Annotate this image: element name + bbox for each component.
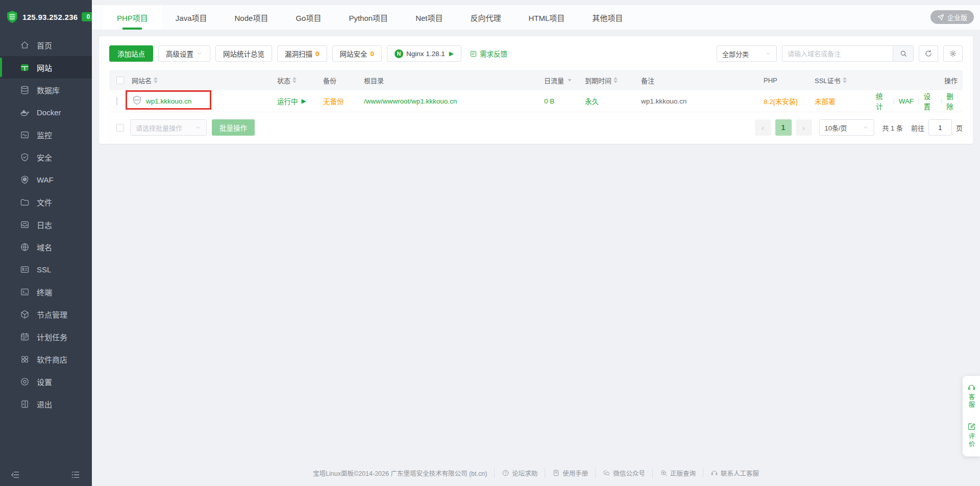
sidebar-item-database[interactable]: 数据库 [0,79,92,101]
tab-other[interactable]: 其他项目 [578,5,636,30]
action-stats-link[interactable]: 统计 [876,91,889,111]
security-count: 0 [371,50,375,58]
next-page-button[interactable]: › [796,119,812,136]
sidebar-item-home[interactable]: 首页 [0,34,92,56]
chevron-down-icon [195,124,201,131]
search-input[interactable] [782,46,893,61]
sort-icon[interactable] [292,77,297,83]
table-settings-button[interactable] [943,45,963,62]
sidebar-item-ssl[interactable]: SSL [0,258,92,280]
tab-label: Net项目 [415,12,443,23]
sidebar-item-logout[interactable]: 退出 [0,393,92,415]
root-dir-link[interactable]: /www/wwwroot/wp1.kkkouo.cn [364,97,544,105]
edition-badge[interactable]: 企业版 [930,10,974,24]
expire-time[interactable]: 永久 [585,96,641,106]
action-waf-link[interactable]: WAF [899,97,914,105]
search-button[interactable] [893,46,913,61]
daily-traffic[interactable]: 0 B [544,97,585,105]
logout-icon [19,399,30,409]
col-header-ssl[interactable]: SSL证书 [815,75,876,85]
sidebar-item-monitor[interactable]: 监控 [0,123,92,146]
sidebar-item-appstore[interactable]: 软件商店 [0,348,92,370]
sidebar-item-label: 数据库 [37,85,60,95]
sidebar-item-terminal[interactable]: 终端 [0,280,92,303]
chevron-down-icon [863,124,869,131]
floating-side-widget: 客服 评价 [963,376,980,456]
site-note[interactable]: wp1.kkkouo.cn [641,97,764,105]
goto-page-input[interactable] [928,119,952,136]
customer-service-button[interactable]: 客服 [967,383,976,409]
globe-icon [19,242,30,252]
col-header-status[interactable]: 状态 [277,75,323,85]
sidebar-item-website[interactable]: 网站 [0,56,92,79]
select-all-checkbox[interactable] [116,76,124,84]
server-identity[interactable]: 125.93.252.236 0 [0,0,92,32]
tab-html[interactable]: HTML项目 [514,5,578,30]
sidebar-item-logs[interactable]: 日志 [0,213,92,236]
sort-icon[interactable] [154,77,158,83]
footer-manual-link[interactable]: 使用手册 [545,468,588,478]
php-version[interactable]: 8.2[未安装] [764,96,815,106]
tab-java[interactable]: Java项目 [162,5,221,30]
waf-globe-shield-icon [19,174,30,185]
refresh-button[interactable] [919,45,938,62]
tab-node[interactable]: Node项目 [221,5,282,30]
sidebar-item-security[interactable]: 安全 [0,146,92,168]
gear-icon [19,376,30,387]
sidebar-item-files[interactable]: 文件 [0,191,92,213]
tab-label: PHP项目 [117,12,148,23]
advanced-settings-button[interactable]: 高级设置 [158,45,210,62]
review-button[interactable]: 评价 [967,422,976,448]
sidebar-item-docker[interactable]: Docker [0,101,92,123]
batch-select-all-checkbox[interactable] [116,124,124,132]
footer-wechat-link[interactable]: 微信公众号 [595,468,645,478]
category-filter-select[interactable]: 全部分类 [717,45,777,62]
manual-book-icon [552,469,560,477]
page-number-current[interactable]: 1 [775,119,792,136]
footer-support-link[interactable]: 联系人工客服 [703,468,759,478]
menu-list-icon[interactable] [70,470,82,481]
sort-icon[interactable] [614,77,618,83]
row-checkbox[interactable] [116,97,117,106]
waf-shield-icon[interactable]: WAF [132,95,142,107]
tab-net[interactable]: Net项目 [402,5,456,30]
sort-icon[interactable] [843,77,847,83]
tab-php[interactable]: PHP项目 [103,5,162,30]
vuln-scan-button[interactable]: 漏洞扫描 0 [277,45,327,62]
tab-go[interactable]: Go项目 [282,5,335,30]
batch-operation-select[interactable]: 请选择批量操作 [130,119,207,136]
site-list-card: 添加站点 高级设置 网站统计总览 漏洞扫描 0 网站安全 0 [99,36,973,144]
site-security-button[interactable]: 网站安全 0 [332,45,382,62]
sidebar-item-domain[interactable]: 域名 [0,236,92,258]
site-status[interactable]: 运行中 ▶ [277,96,323,106]
tab-reverse-proxy[interactable]: 反向代理 [456,5,514,30]
sidebar-item-waf[interactable]: WAF [0,168,92,191]
action-settings-link[interactable]: 设置 [923,91,937,111]
action-delete-link[interactable]: 删除 [946,91,960,111]
batch-operation-button[interactable]: 批量操作 [212,119,255,136]
site-domain-link[interactable]: wp1.kkkouo.cn [146,97,191,105]
site-stats-overview-button[interactable]: 网站统计总览 [215,45,272,62]
tab-python[interactable]: Python项目 [335,5,402,30]
col-header-expire[interactable]: 到期时间 [585,75,641,85]
col-header-site-name[interactable]: 网站名 [132,75,277,85]
footer-genuine-check-link[interactable]: 正版查询 [652,468,696,478]
add-site-button[interactable]: 添加站点 [109,45,153,62]
col-header-traffic[interactable]: 日流量 [544,75,585,85]
chevron-down-icon [765,50,771,57]
feedback-link[interactable]: 需求反馈 [470,48,507,59]
webserver-button[interactable]: N Nginx 1.28.1 ▶ [387,45,461,62]
prev-page-button[interactable]: ‹ [755,119,771,136]
footer-forum-link[interactable]: 论坛求助 [494,468,537,478]
collapse-sidebar-icon[interactable] [10,470,21,481]
sidebar-item-nodes[interactable]: 节点管理 [0,303,92,325]
app-store-icon [19,354,30,364]
page-size-select[interactable]: 10条/页 [819,119,874,136]
sidebar-item-cron[interactable]: 计划任务 [0,325,92,348]
backup-status[interactable]: 无备份 [323,96,364,106]
certificate-icon [19,264,30,274]
sidebar-item-label: SSL [37,265,51,274]
sidebar-item-settings[interactable]: 设置 [0,370,92,393]
ssl-status[interactable]: 未部署 [815,96,876,106]
row-actions: 统计| WAF| 设置| 删除 [876,91,963,111]
